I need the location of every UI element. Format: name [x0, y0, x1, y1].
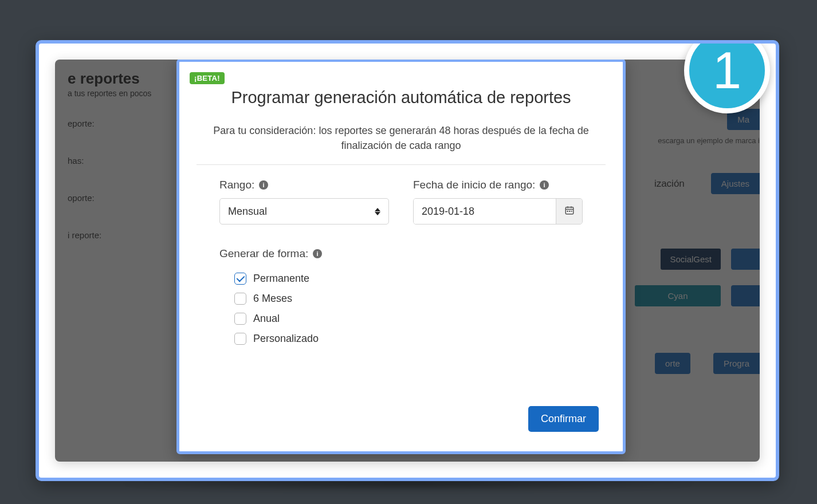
date-label-text: Fecha de inicio de rango: [413, 179, 535, 191]
option-label: 6 Meses [253, 293, 292, 305]
svg-rect-10 [571, 211, 572, 212]
checkbox-permanente[interactable] [234, 273, 246, 285]
generate-label: Generar de forma: i [219, 247, 583, 260]
svg-text:i: i [317, 250, 319, 257]
schedule-reports-modal: ¡BETA! Programar generación automática d… [176, 60, 626, 454]
option-label: Anual [253, 313, 280, 325]
browser-frame: 1 e reportes a tus reportes en pocos epo… [36, 40, 779, 481]
range-label-text: Rango: [219, 179, 254, 191]
svg-rect-9 [569, 211, 570, 212]
range-label: Rango: i [219, 179, 389, 191]
option-anual: Anual [234, 313, 583, 325]
chevron-sort-icon [375, 208, 380, 215]
checkbox-anual[interactable] [234, 313, 246, 325]
beta-badge: ¡BETA! [190, 72, 225, 84]
checkbox-6-meses[interactable] [234, 293, 246, 305]
modal-title: Programar generación automática de repor… [179, 88, 623, 107]
info-icon[interactable]: i [313, 249, 322, 258]
info-icon[interactable]: i [540, 180, 549, 190]
modal-subtitle: Para tu consideración: los reportes se g… [179, 123, 623, 153]
checkbox-personalizado[interactable] [234, 333, 246, 345]
calendar-button[interactable] [556, 199, 582, 224]
range-value: Mensual [228, 206, 267, 218]
range-select[interactable]: Mensual [219, 198, 389, 225]
app-window: e reportes a tus reportes en pocos eport… [55, 60, 760, 462]
info-icon[interactable]: i [259, 180, 268, 190]
option-personalizado: Personalizado [234, 333, 583, 345]
svg-rect-8 [567, 211, 568, 212]
date-label: Fecha de inicio de rango: i [413, 179, 583, 191]
modal-footer: Confirmar [528, 406, 599, 432]
svg-text:i: i [263, 182, 265, 188]
calendar-icon [564, 205, 575, 218]
date-input-group: 2019-01-18 [413, 198, 583, 225]
confirm-button[interactable]: Confirmar [528, 406, 599, 432]
option-permanente: Permanente [234, 273, 583, 285]
svg-text:i: i [544, 182, 545, 188]
date-field[interactable]: 2019-01-18 [414, 199, 556, 224]
generate-options: Permanente 6 Meses Anual Personaliz [219, 273, 583, 345]
option-label: Personalizado [253, 333, 319, 345]
modal-body: Rango: i Mensual [179, 165, 623, 345]
generate-label-text: Generar de forma: [219, 247, 308, 260]
option-6-meses: 6 Meses [234, 293, 583, 305]
option-label: Permanente [253, 273, 309, 285]
